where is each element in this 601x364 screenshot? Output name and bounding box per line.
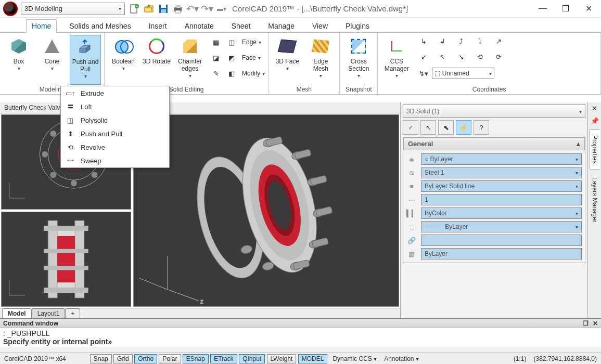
ccs-icon-3[interactable]: ⤴ bbox=[455, 35, 467, 47]
tab-home[interactable]: Home bbox=[26, 19, 57, 33]
linestyle-field[interactable]: ——— ByLayer▾ bbox=[421, 221, 582, 232]
ccs-icon-11[interactable]: ↯▾ bbox=[417, 67, 430, 80]
panel-close-icon[interactable]: ✕ bbox=[590, 105, 600, 115]
ccs-icon-7[interactable]: ↖ bbox=[436, 50, 449, 63]
print-icon[interactable] bbox=[172, 3, 184, 15]
model-tab-layout1[interactable]: Layout1 bbox=[32, 308, 66, 318]
box-button[interactable]: Box▾ bbox=[3, 35, 34, 85]
viewport-front[interactable] bbox=[1, 212, 131, 307]
open-icon[interactable] bbox=[143, 3, 155, 15]
status-toggle-ortho[interactable]: Ortho bbox=[134, 354, 157, 363]
modify-icon1[interactable]: ✎ bbox=[210, 67, 222, 80]
rotate3d-button[interactable]: 3D Rotate bbox=[141, 35, 172, 85]
edge-menu[interactable]: Edge▾ bbox=[241, 38, 265, 46]
redo-icon[interactable]: ↷▾ bbox=[201, 3, 213, 15]
ccs-icon-2[interactable]: ↲ bbox=[436, 35, 449, 47]
ccs-icon-6[interactable]: ↙ bbox=[417, 50, 430, 63]
edge-icon1[interactable]: ▦ bbox=[210, 36, 222, 48]
scale-field[interactable]: 1 bbox=[421, 194, 582, 205]
face-menu[interactable]: Face▾ bbox=[241, 54, 265, 61]
menu-extrude[interactable]: ▭↑Extrude bbox=[61, 86, 169, 100]
ccs-icon-5[interactable]: ↗ bbox=[492, 35, 505, 47]
side-tab-properties[interactable]: Properties bbox=[590, 129, 600, 170]
color-field[interactable]: ○ ByLayer▾ bbox=[421, 153, 582, 165]
status-toggle-esnap[interactable]: ESnap bbox=[183, 354, 209, 363]
status-toggle-etrack[interactable]: ETrack bbox=[210, 354, 237, 363]
transparency-field[interactable]: ByLayer bbox=[421, 248, 582, 259]
close-button[interactable]: ✕ bbox=[583, 4, 594, 14]
menu-loft[interactable]: 〓Loft bbox=[61, 100, 169, 113]
status-toggle-snap[interactable]: Snap bbox=[90, 354, 112, 363]
hyperlink-field[interactable] bbox=[421, 235, 582, 246]
tab-insert[interactable]: Insert bbox=[144, 20, 172, 32]
side-tab-layers[interactable]: Layers Manager bbox=[590, 172, 600, 228]
workspace-selector[interactable]: 3D Modeling ▾ bbox=[21, 3, 125, 15]
lineweight-field[interactable]: ByColor▾ bbox=[421, 207, 582, 219]
command-body[interactable]: : _PUSHPULL Specify entity or internal p… bbox=[0, 328, 601, 347]
svg-rect-7 bbox=[175, 5, 181, 8]
layer-field[interactable]: Steel 1▾ bbox=[421, 167, 582, 178]
menu-revolve[interactable]: ⟲Revolve bbox=[61, 140, 169, 154]
menu-polysolid[interactable]: ◫Polysolid bbox=[61, 113, 169, 127]
push-pull-button[interactable]: Push and Pull▾ bbox=[70, 35, 101, 85]
svg-point-15 bbox=[42, 151, 48, 158]
prop-btn-help[interactable]: ? bbox=[474, 120, 489, 135]
new-icon[interactable]: + bbox=[128, 3, 140, 15]
ccs-icon-10[interactable]: ⟳ bbox=[492, 50, 505, 63]
viewport-iso[interactable]: z bbox=[133, 114, 399, 307]
boolean-button[interactable]: Boolean▾ bbox=[108, 35, 139, 85]
menu-sweep[interactable]: 〰Sweep bbox=[61, 154, 169, 167]
chamfer-button[interactable]: Chamfer edges▾ bbox=[174, 35, 206, 85]
ccs-name-selector[interactable]: ⬚ Unnamed▾ bbox=[432, 68, 494, 79]
modify-icon2[interactable]: ◧ bbox=[225, 67, 238, 80]
ccs-manager-button[interactable]: CCS Manager▾ bbox=[381, 35, 412, 85]
status-toggle-qinput[interactable]: QInput bbox=[239, 354, 265, 363]
svg-rect-42 bbox=[310, 175, 327, 186]
edgemesh-button[interactable]: Edge Mesh▾ bbox=[305, 35, 336, 85]
prop-btn-3[interactable]: ⬉ bbox=[438, 120, 454, 135]
command-line-1: : _PUSHPULL bbox=[3, 329, 598, 337]
add-layout-button[interactable]: + bbox=[65, 308, 80, 318]
general-section-header[interactable]: General▴ bbox=[403, 137, 585, 150]
minimize-button[interactable]: — bbox=[538, 4, 548, 14]
prop-btn-1[interactable]: ♂ bbox=[403, 120, 418, 135]
ccs-icon-4[interactable]: ⤵ bbox=[474, 35, 486, 47]
menu-pushpull[interactable]: ⬍Push and Pull bbox=[61, 127, 169, 140]
group-snapshot-label: Snapshot bbox=[343, 85, 374, 94]
cone-button[interactable]: Cone▾ bbox=[36, 35, 68, 85]
status-annotation[interactable]: Annotation ▾ bbox=[382, 355, 421, 362]
selection-selector[interactable]: 3D Solid (1)▾ bbox=[403, 105, 585, 118]
edge-icon2[interactable]: ◫ bbox=[225, 36, 238, 48]
ccs-icon-8[interactable]: ↘ bbox=[455, 50, 467, 63]
tab-annotate[interactable]: Annotate bbox=[180, 20, 219, 32]
face-icon2[interactable]: ◩ bbox=[225, 51, 238, 64]
ccs-icon-1[interactable]: ↳ bbox=[417, 35, 430, 47]
tab-plugins[interactable]: Plugins bbox=[340, 20, 375, 32]
svg-rect-28 bbox=[44, 249, 88, 253]
face-icon1[interactable]: ◪ bbox=[210, 51, 222, 64]
cross-section-button[interactable]: Cross Section▾ bbox=[343, 35, 374, 85]
modify-menu[interactable]: Modify▾ bbox=[241, 70, 265, 77]
prop-btn-2[interactable]: ↖ bbox=[420, 120, 436, 135]
status-toggle-model[interactable]: MODEL bbox=[298, 354, 328, 363]
tab-view[interactable]: View bbox=[307, 20, 333, 32]
save-icon[interactable] bbox=[157, 3, 170, 15]
3dface-button[interactable]: 3D Face▾ bbox=[272, 35, 303, 85]
undo-icon[interactable]: ↶▾ bbox=[186, 3, 199, 15]
status-toggle-grid[interactable]: Grid bbox=[113, 354, 133, 363]
cmd-restore-icon[interactable]: ❐ bbox=[583, 320, 589, 327]
model-tab-model[interactable]: Model bbox=[2, 308, 32, 318]
linetype-field[interactable]: ByLayer Solid line▾ bbox=[421, 180, 582, 192]
maximize-button[interactable]: ❐ bbox=[560, 4, 571, 14]
tab-manage[interactable]: Manage bbox=[263, 20, 300, 32]
tab-sheet[interactable]: Sheet bbox=[226, 20, 256, 32]
prop-btn-quick[interactable]: ⚡ bbox=[456, 120, 471, 135]
status-toggle-lweight[interactable]: LWeight bbox=[267, 354, 297, 363]
status-toggle-polar[interactable]: Polar bbox=[159, 354, 181, 363]
panel-pin-icon[interactable]: 📌 bbox=[590, 117, 600, 127]
cmd-close-icon[interactable]: ✕ bbox=[593, 320, 598, 327]
status-dynccs[interactable]: Dynamic CCS ▾ bbox=[330, 355, 379, 362]
qat-dropdown-icon[interactable]: ▬▾ bbox=[215, 3, 228, 15]
tab-solids[interactable]: Solids and Meshes bbox=[64, 20, 136, 32]
ccs-icon-9[interactable]: ⟲ bbox=[474, 50, 486, 63]
